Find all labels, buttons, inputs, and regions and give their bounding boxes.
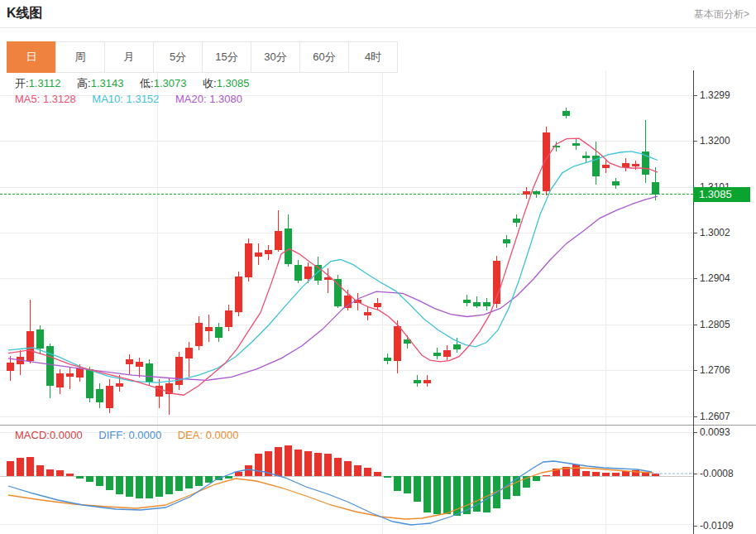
y-axis-label: 1.2607: [700, 410, 753, 423]
ma20-line: [8, 196, 658, 380]
y-axis-label: 1.3200: [700, 134, 753, 147]
ohlc-readout: 开:1.3112 高:1.3143 低:1.3073 收:1.3085: [15, 76, 262, 91]
macd-value: 0.0000: [50, 429, 83, 441]
dea-value: 0.0000: [206, 429, 239, 441]
tab-5分[interactable]: 5分: [153, 41, 203, 73]
y-axis-label: 0.0093: [700, 426, 753, 439]
open-value: 1.3112: [29, 77, 61, 89]
ma10-label: MA10:: [92, 93, 123, 105]
open-label: 开:: [15, 77, 29, 89]
tab-30分[interactable]: 30分: [251, 41, 300, 73]
tab-15分[interactable]: 15分: [202, 41, 251, 73]
diff-value: 0.0000: [128, 429, 161, 441]
high-value: 1.3143: [91, 77, 124, 89]
close-label: 收:: [203, 77, 217, 89]
ma-readout: MA5: 1.3128 MA10: 1.3152 MA20: 1.3080: [15, 93, 256, 105]
macd-readout: MACD:0.0000 DIFF: 0.0000 DEA: 0.0000: [15, 429, 252, 441]
close-value: 1.3085: [217, 77, 250, 89]
page-title: K线图: [7, 5, 43, 22]
ma5-value: 1.3128: [43, 93, 76, 105]
current-price-badge: 1.3085: [693, 187, 750, 202]
tab-60分[interactable]: 60分: [299, 41, 349, 73]
diff-label: DIFF:: [98, 429, 126, 441]
tab-周[interactable]: 周: [55, 41, 105, 73]
low-value: 1.3073: [154, 77, 187, 89]
tab-月[interactable]: 月: [104, 41, 154, 73]
fundamental-analysis-link[interactable]: 基本面分析>: [694, 7, 749, 22]
tab-4时[interactable]: 4时: [348, 41, 398, 73]
header-divider: [0, 27, 756, 28]
tab-日[interactable]: 日: [7, 41, 56, 73]
y-axis-label: 1.2706: [700, 363, 753, 377]
low-label: 低:: [140, 77, 154, 89]
y-axis-label: 1.2904: [700, 272, 753, 285]
dea-label: DEA:: [178, 429, 203, 441]
y-axis-label: -0.0109: [700, 519, 753, 532]
y-axis-label: 1.2805: [700, 318, 753, 331]
y-axis-label: 1.3002: [700, 226, 753, 239]
period-tabbar: 日周月5分15分30分60分4时: [7, 41, 398, 73]
ma5-label: MA5:: [15, 93, 40, 105]
kline-page: { "header": { "title": "K线图", "link": "基…: [0, 0, 756, 534]
ma20-value: 1.3080: [209, 93, 242, 105]
y-axis-label: 1.3299: [700, 89, 753, 102]
high-label: 高:: [77, 77, 91, 89]
y-axis-label: -0.0008: [700, 467, 753, 480]
ma10-line: [8, 152, 658, 382]
ma10-value: 1.3152: [127, 93, 160, 105]
ma20-label: MA20:: [175, 93, 207, 105]
macd-label: MACD:: [15, 429, 50, 441]
